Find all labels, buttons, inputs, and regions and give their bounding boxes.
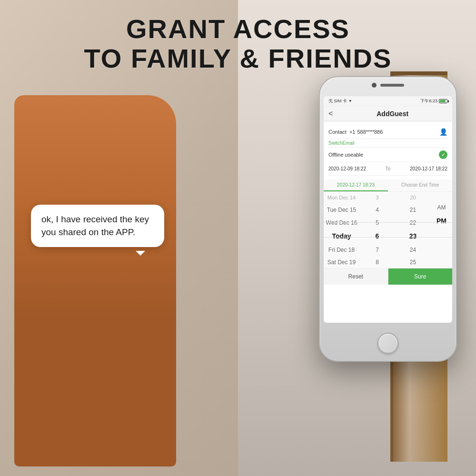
battery-fill [440, 100, 446, 102]
front-camera [372, 83, 377, 88]
app-content: Contact +1 588****886 👤 SwitchEmail Offl… [324, 121, 452, 179]
picker-hour-8: 8 [359, 256, 395, 268]
picker-min-25: 25 [395, 256, 431, 268]
time-picker-tabs: 2020-12-17 18:23 Choose End Time [324, 179, 452, 192]
time-picker-section: 2020-12-17 18:23 Choose End Time Mon Dec… [324, 179, 452, 285]
picker-min-23: 23 [395, 229, 431, 244]
picker-ampm-empty3 [431, 228, 452, 233]
contact-label: Contact [328, 129, 347, 135]
picker-item-fri: Fri Dec 18 [324, 244, 359, 257]
picker-item-today: Today [324, 229, 359, 244]
end-time-tab[interactable]: Choose End Time [388, 179, 452, 191]
reset-button[interactable]: Reset [324, 268, 388, 285]
picker-min-21: 21 [395, 204, 431, 217]
picker-min-22: 22 [395, 217, 431, 229]
page-header: GRANT ACCESS TO FAMILY & FRIENDS [0, 14, 476, 73]
title-line2: TO FAMILY & FRIENDS [0, 44, 476, 73]
date-range-row: 2020-12-09 18:22 To 2020-12-17 18:22 [328, 162, 447, 176]
time-display: 下午6:23 [420, 98, 437, 104]
scroll-picker[interactable]: Mon Dec 14 Tue Dec 15 Wed Dec 16 Today F… [324, 192, 452, 268]
speech-bubble: ok, I have received the key you shared o… [31, 205, 164, 247]
battery-icon [439, 99, 447, 103]
offline-check[interactable]: ✓ [439, 150, 447, 159]
ampm-column: AM PM [431, 192, 452, 268]
picker-ampm-empty2 [431, 197, 452, 201]
picker-hour-5: 5 [359, 217, 395, 229]
action-buttons: Reset Sure [324, 268, 452, 285]
status-right: 下午6:23 [420, 98, 447, 104]
phone-body: 无 SIM 卡 ✦ 下午6:23 < AddGuest Contact [319, 76, 457, 362]
app-nav-bar: < AddGuest [324, 107, 452, 121]
contact-number: 588****886 [357, 129, 439, 135]
picker-min-20: 20 [395, 192, 431, 204]
phone-screen: 无 SIM 卡 ✦ 下午6:23 < AddGuest Contact [324, 96, 452, 323]
picker-hour-4: 4 [359, 204, 395, 217]
picker-item-sat: Sat Dec 19 [324, 256, 359, 268]
picker-item: Mon Dec 14 [324, 192, 359, 204]
minute-column: 20 21 22 23 24 25 26 [395, 192, 431, 268]
sim-status: 无 SIM 卡 ✦ [328, 98, 352, 104]
switch-email-link[interactable]: SwitchEmail [328, 139, 447, 148]
hour-column: 3 4 5 6 7 8 9 [359, 192, 395, 268]
picker-min-24: 24 [395, 244, 431, 257]
day-column: Mon Dec 14 Tue Dec 15 Wed Dec 16 Today F… [324, 192, 359, 268]
picker-hour-6: 6 [359, 229, 395, 244]
screen-title: AddGuest [337, 110, 447, 118]
title-line1: GRANT ACCESS [0, 14, 476, 44]
offline-useable-row: Offline useable ✓ [328, 148, 447, 162]
date-from[interactable]: 2020-12-09 18:22 [328, 166, 383, 171]
home-button[interactable] [377, 333, 398, 354]
status-bar: 无 SIM 卡 ✦ 下午6:23 [324, 96, 452, 107]
speech-text: ok, I have received the key you shared o… [41, 213, 154, 238]
phone-speaker [380, 84, 404, 87]
start-time-tab[interactable]: 2020-12-17 18:23 [324, 179, 388, 191]
picker-item-wed: Wed Dec 16 [324, 217, 359, 229]
contact-row: Contact +1 588****886 👤 [328, 125, 447, 139]
sure-button[interactable]: Sure [388, 268, 453, 285]
phone-top-hardware [372, 83, 404, 88]
offline-label: Offline useable [328, 152, 439, 158]
date-to[interactable]: 2020-12-17 18:22 [393, 166, 447, 171]
picker-ampm-empty1 [431, 192, 452, 197]
picker-ampm-empty5 [431, 238, 452, 242]
picker-item-tue: Tue Dec 15 [324, 204, 359, 217]
back-button[interactable]: < [328, 109, 333, 118]
contact-book-icon[interactable]: 👤 [439, 128, 447, 136]
date-to-label: To [386, 166, 391, 171]
person-figure [14, 95, 176, 466]
phone-mockup: 无 SIM 卡 ✦ 下午6:23 < AddGuest Contact [319, 76, 457, 362]
country-code: +1 [349, 129, 356, 135]
picker-ampm-empty4 [431, 233, 452, 238]
status-left: 无 SIM 卡 ✦ [328, 98, 352, 104]
picker-am: AM [431, 201, 452, 214]
picker-hour-3: 3 [359, 192, 395, 204]
picker-hour-7: 7 [359, 244, 395, 257]
picker-pm: PM [431, 214, 452, 228]
